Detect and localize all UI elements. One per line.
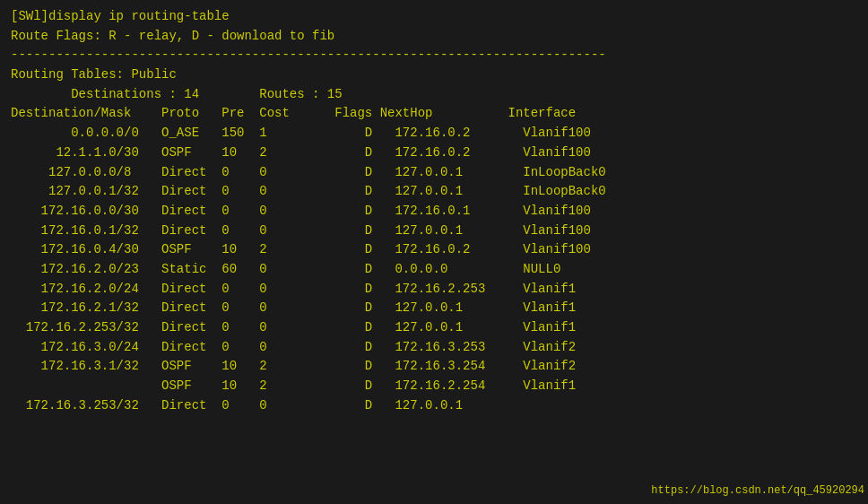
terminal-line: 172.16.3.253/32 Direct 0 0 D 127.0.0.1 <box>11 396 857 416</box>
terminal-line: 172.16.3.0/24 Direct 0 0 D 172.16.3.253 … <box>11 338 857 358</box>
terminal-line: ----------------------------------------… <box>11 46 857 65</box>
terminal-line: 172.16.0.1/32 Direct 0 0 D 127.0.0.1 Vla… <box>11 222 857 241</box>
terminal-line: Destinations : 14 Routes : 15 <box>11 85 857 105</box>
terminal-line: 172.16.2.253/32 Direct 0 0 D 127.0.0.1 V… <box>11 318 857 338</box>
terminal-line: 172.16.3.1/32 OSPF 10 2 D 172.16.3.254 V… <box>11 357 857 377</box>
terminal-line: 172.16.0.4/30 OSPF 10 2 D 172.16.0.2 Vla… <box>11 240 857 260</box>
terminal-line: 172.16.2.0/24 Direct 0 0 D 172.16.2.253 … <box>11 280 857 300</box>
terminal-line: Routing Tables: Public <box>11 65 857 85</box>
terminal-line: Route Flags: R - relay, D - download to … <box>11 27 857 47</box>
terminal-line: [SWl]display ip routing-table <box>11 7 857 27</box>
terminal-line: 127.0.0.1/32 Direct 0 0 D 127.0.0.1 InLo… <box>11 182 857 202</box>
terminal-line: 172.16.2.0/23 Static 60 0 D 0.0.0.0 NULL… <box>11 260 857 280</box>
terminal-line: OSPF 10 2 D 172.16.2.254 Vlanif1 <box>11 377 857 396</box>
terminal: [SWl]display ip routing-tableRoute Flags… <box>0 0 868 504</box>
terminal-output: [SWl]display ip routing-tableRoute Flags… <box>11 7 857 415</box>
terminal-line: 12.1.1.0/30 OSPF 10 2 D 172.16.0.2 Vlani… <box>11 143 857 163</box>
terminal-line: 127.0.0.0/8 Direct 0 0 D 127.0.0.1 InLoo… <box>11 163 857 183</box>
terminal-line: 0.0.0.0/0 O_ASE 150 1 D 172.16.0.2 Vlani… <box>11 124 857 143</box>
terminal-line: 172.16.2.1/32 Direct 0 0 D 127.0.0.1 Vla… <box>11 299 857 318</box>
terminal-line: 172.16.0.0/30 Direct 0 0 D 172.16.0.1 Vl… <box>11 202 857 222</box>
watermark: https://blog.csdn.net/qq_45920294 <box>647 484 868 497</box>
terminal-line: Destination/Mask Proto Pre Cost Flags Ne… <box>11 104 857 124</box>
